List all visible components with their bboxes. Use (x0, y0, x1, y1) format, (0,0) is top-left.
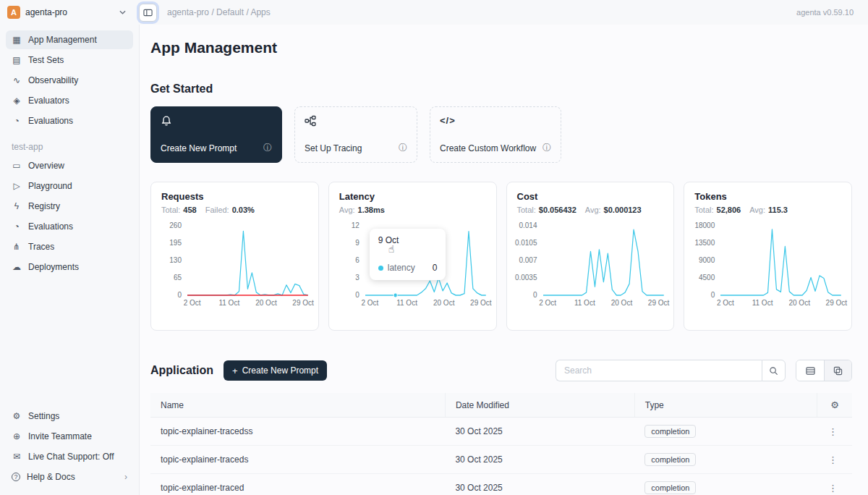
sidebar-item-overview[interactable]: ▭ Overview (6, 156, 133, 175)
column-header-type[interactable]: Type (634, 393, 817, 418)
sidebar: ▦ App Management ▤ Test Sets ∿ Observabi… (0, 25, 140, 495)
row-menu-icon[interactable]: ⋮ (828, 454, 838, 465)
pointer-cursor-icon: ☝ (388, 243, 395, 255)
breadcrumb: agenta-pro / Default / Apps (167, 7, 271, 17)
sidebar-item-traces[interactable]: ⋔ Traces (6, 237, 133, 256)
stat-card-cost: Cost Total:$0.056432Avg:$0.000123 0.0140… (506, 182, 675, 331)
panel-icon (143, 8, 153, 17)
x-axis: 2 Oct11 Oct20 Oct29 Oct (365, 299, 486, 310)
y-axis: 129630 (339, 224, 365, 310)
sidebar-item-deployments[interactable]: ☁ Deployments (6, 258, 133, 276)
sidebar-item-invite-teammate[interactable]: ⊕ Invite Teammate (6, 427, 133, 446)
table-view-button[interactable] (796, 360, 824, 381)
card-label: Set Up Tracing (305, 143, 362, 153)
sidebar-item-playground[interactable]: ▷ Playground (6, 177, 133, 195)
stat-metrics: Total:458Failed:0.03% (161, 206, 308, 214)
card-label: Create Custom Workflow (440, 143, 536, 153)
y-axis: 260195130650 (161, 224, 187, 310)
create-new-prompt-button[interactable]: + Create New Prompt (224, 360, 327, 381)
sidebar-item-app-management[interactable]: ▦ App Management (6, 30, 133, 49)
sidebar-item-evaluations[interactable]: ◔ Evaluations (6, 111, 133, 130)
tooltip-series-name: latency (388, 263, 415, 273)
series-dot (378, 266, 383, 271)
type-badge: completion (644, 425, 696, 438)
square-icon: ▭ (12, 161, 22, 170)
app-name: topic-explainer-traced (150, 474, 445, 495)
stat-card-requests: Requests Total:458Failed:0.03% 260195130… (150, 182, 319, 331)
tooltip-value: 0 (433, 263, 438, 273)
app-name: topic-explainer-tracedss (150, 418, 445, 446)
sidebar-item-evaluators[interactable]: ◈ Evaluators (6, 91, 133, 110)
application-title: Application (150, 364, 213, 377)
gear-icon: ⚙ (12, 412, 22, 420)
stat-title: Requests (161, 191, 308, 202)
list-icon: ▤ (12, 56, 22, 64)
tooltip-date: 9 Oct (378, 235, 438, 245)
plus-icon: + (232, 366, 238, 376)
user-plus-icon: ⊕ (12, 432, 22, 441)
info-icon[interactable]: ⓘ (542, 142, 551, 154)
cost-chart[interactable] (543, 224, 664, 297)
search-input[interactable] (556, 360, 762, 381)
sidebar-item-help-docs[interactable]: ? Help & Docs › (6, 468, 133, 486)
table-row[interactable]: topic-explainer-tracedss 30 Oct 2025 com… (150, 418, 852, 446)
column-header-name[interactable]: Name (150, 393, 445, 418)
sidebar-item-app-evaluations[interactable]: ◔ Evaluations (6, 217, 133, 236)
set-up-tracing-card[interactable]: Set Up Tracing ⓘ (294, 106, 417, 163)
app-date-modified: 30 Oct 2025 (445, 474, 634, 495)
chat-icon: ✉ (12, 452, 22, 461)
bell-icon (161, 115, 172, 127)
help-icon: ? (12, 473, 20, 481)
create-new-prompt-card[interactable]: Create New Prompt ⓘ (150, 106, 282, 163)
workspace-name: agenta-pro (25, 7, 67, 17)
chart-tooltip: 9 Oct latency 0 (370, 229, 446, 280)
info-icon[interactable]: ⓘ (263, 142, 272, 154)
stat-metrics: Total:52,806Avg:115.3 (694, 206, 841, 214)
type-badge: completion (644, 453, 696, 466)
get-started-cards: Create New Prompt ⓘ Set Up Tracing ⓘ </>… (150, 106, 852, 163)
workspace-selector[interactable]: A agenta-pro (0, 6, 135, 19)
app-name: topic-explainer-traceds (150, 446, 445, 474)
grid-icon: ▦ (12, 35, 22, 44)
x-axis: 2 Oct11 Oct20 Oct29 Oct (720, 299, 841, 310)
card-label: Create New Prompt (161, 143, 237, 153)
stat-title: Tokens (694, 191, 841, 202)
row-menu-icon[interactable]: ⋮ (828, 426, 838, 437)
app-date-modified: 30 Oct 2025 (445, 418, 634, 446)
get-started-title: Get Started (150, 82, 852, 96)
stat-title: Cost (517, 191, 664, 202)
sidebar-item-settings[interactable]: ⚙ Settings (6, 407, 133, 426)
workspace-avatar: A (7, 6, 20, 19)
y-axis: 0.0140.01050.0070.00350 (517, 224, 543, 310)
tokens-chart[interactable] (720, 224, 841, 297)
apps-table: Name Date Modified Type ⚙ topic-explaine… (150, 393, 852, 495)
search-button[interactable] (762, 360, 786, 381)
table-row[interactable]: topic-explainer-traceds 30 Oct 2025 comp… (150, 446, 852, 474)
column-header-date-modified[interactable]: Date Modified (445, 393, 634, 418)
tracing-icon (305, 115, 316, 127)
code-icon: </> (440, 115, 551, 126)
flask-icon: ◈ (12, 96, 22, 105)
main-content: App Management Get Started Create New Pr… (140, 0, 868, 495)
type-badge: completion (644, 481, 696, 494)
sidebar-item-observability[interactable]: ∿ Observability (6, 71, 133, 90)
sidebar-item-live-chat[interactable]: ✉ Live Chat Support: Off (6, 447, 133, 466)
sidebar-item-test-sets[interactable]: ▤ Test Sets (6, 51, 133, 69)
table-row[interactable]: topic-explainer-traced 30 Oct 2025 compl… (150, 474, 852, 495)
card-view-button[interactable] (824, 360, 851, 381)
lightning-icon: ϟ (12, 202, 22, 211)
x-axis: 2 Oct11 Oct20 Oct29 Oct (543, 299, 664, 310)
gear-icon[interactable]: ⚙ (830, 399, 839, 410)
requests-chart[interactable] (187, 224, 308, 297)
search-icon (769, 366, 778, 376)
search-box (556, 360, 786, 381)
row-menu-icon[interactable]: ⋮ (828, 483, 838, 494)
stat-metrics: Avg:1.38ms (339, 206, 486, 214)
info-icon[interactable]: ⓘ (399, 142, 407, 154)
create-custom-workflow-card[interactable]: </> Create Custom Workflow ⓘ (430, 106, 561, 163)
table-view-icon (806, 366, 815, 376)
app-date-modified: 30 Oct 2025 (445, 446, 634, 474)
sidebar-item-registry[interactable]: ϟ Registry (6, 197, 133, 216)
app-section-label: test-app (6, 142, 133, 152)
sidebar-toggle-button[interactable] (139, 4, 157, 22)
